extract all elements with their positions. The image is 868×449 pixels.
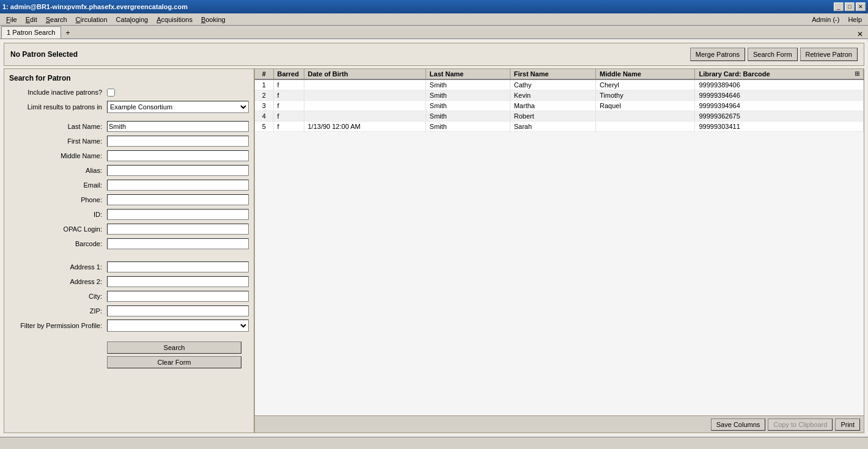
cell-dob: 1/13/90 12:00 AM (304, 122, 425, 132)
col-header-firstname[interactable]: First Name (510, 69, 595, 79)
close-button[interactable]: ✕ (856, 2, 866, 11)
tab-close-icon[interactable]: ✕ (857, 30, 867, 38)
menu-bar: File Edit Search Circulation Cataloging … (0, 13, 868, 26)
minimize-button[interactable]: _ (834, 2, 844, 11)
main-content: No Patron Selected Merge Patrons Search … (0, 39, 868, 437)
alias-row: Alias: (9, 164, 249, 177)
cell-librarycard: 99999394646 (695, 90, 864, 101)
menu-circulation[interactable]: Circulation (72, 15, 111, 24)
title-bar: 1: admin@BR1-winxpvmfx.phasefx.evergreen… (0, 0, 868, 13)
clear-form-button[interactable]: Clear Form (107, 356, 241, 368)
cell-barred: f (273, 79, 304, 90)
cell-num: 2 (255, 90, 273, 101)
menu-edit[interactable]: Edit (22, 15, 41, 24)
menu-file[interactable]: File (2, 15, 21, 24)
cell-dob (304, 101, 425, 111)
barcode-input[interactable] (107, 238, 249, 249)
email-input[interactable] (107, 180, 249, 191)
cell-barred: f (273, 101, 304, 111)
tab-patron-search[interactable]: 1 Patron Search (1, 26, 61, 38)
save-columns-button[interactable]: Save Columns (711, 418, 766, 431)
opac-login-row: OPAC Login: (9, 223, 249, 235)
results-table: # Barred Date of Birth Last Name First N… (255, 69, 864, 132)
cell-lastname: Smith (425, 122, 510, 132)
cell-lastname: Smith (425, 90, 510, 101)
print-button[interactable]: Print (835, 418, 860, 431)
merge-patrons-button[interactable]: Merge Patrons (690, 48, 745, 61)
zip-row: ZIP: (9, 305, 249, 317)
cell-num: 4 (255, 111, 273, 122)
tab-bar: 1 Patron Search + ✕ (0, 26, 868, 39)
cell-firstname: Martha (510, 101, 595, 111)
table-row[interactable]: 2 f Smith Kevin Timothy 99999394646 (255, 90, 864, 101)
results-panel: # Barred Date of Birth Last Name First N… (255, 69, 864, 433)
zip-input[interactable] (107, 305, 249, 316)
cell-dob (304, 79, 425, 90)
last-name-input[interactable] (107, 121, 249, 132)
results-table-container[interactable]: # Barred Date of Birth Last Name First N… (255, 69, 864, 415)
first-name-row: First Name: (9, 135, 249, 147)
top-banner: No Patron Selected Merge Patrons Search … (4, 43, 864, 66)
last-name-row: Last Name: (9, 120, 249, 133)
address2-row: Address 2: (9, 276, 249, 288)
menu-acquisitions[interactable]: Acquisitions (153, 15, 196, 24)
add-tab-button[interactable]: + (62, 27, 74, 38)
zip-label: ZIP: (9, 307, 107, 315)
opac-login-input[interactable] (107, 224, 249, 235)
menu-booking[interactable]: Booking (197, 15, 229, 24)
cell-firstname: Robert (510, 111, 595, 122)
email-row: Email: (9, 179, 249, 191)
cell-firstname: Kevin (510, 90, 595, 101)
col-header-barred[interactable]: Barred (273, 69, 304, 79)
email-label: Email: (9, 181, 107, 189)
col-header-librarycard[interactable]: Library Card: Barcode ⊞ (695, 69, 864, 79)
col-header-lastname[interactable]: Last Name (425, 69, 510, 79)
cell-middlename: Cheryl (596, 79, 695, 90)
phone-row: Phone: (9, 194, 249, 206)
col-header-middlename[interactable]: Middle Name (596, 69, 695, 79)
alias-input[interactable] (107, 165, 249, 176)
address1-input[interactable] (107, 261, 249, 272)
limit-results-label: Limit results to patrons in (9, 103, 107, 111)
cell-middlename: Raquel (596, 101, 695, 111)
cell-librarycard: 99999362675 (695, 111, 864, 122)
phone-input[interactable] (107, 194, 249, 205)
cell-middlename (596, 122, 695, 132)
results-tbody: 1 f Smith Cathy Cheryl 99999389406 2 f S… (255, 79, 864, 132)
table-header-row: # Barred Date of Birth Last Name First N… (255, 69, 864, 79)
cell-barred: f (273, 122, 304, 132)
table-row[interactable]: 5 f 1/13/90 12:00 AM Smith Sarah 9999930… (255, 122, 864, 132)
help-menu[interactable]: Help (844, 15, 866, 24)
maximize-button[interactable]: □ (845, 2, 855, 11)
expand-col-icon[interactable]: ⊞ (855, 70, 859, 77)
filter-profile-select[interactable] (107, 319, 249, 332)
include-inactive-checkbox[interactable] (107, 89, 115, 97)
admin-menu[interactable]: Admin (-) (808, 15, 843, 24)
address2-input[interactable] (107, 276, 249, 287)
results-footer: Save Columns Copy to Clipboard Print (255, 415, 864, 433)
cell-num: 5 (255, 122, 273, 132)
cell-barred: f (273, 111, 304, 122)
menu-search[interactable]: Search (42, 15, 71, 24)
search-form-button[interactable]: Search Form (748, 48, 798, 61)
city-input[interactable] (107, 291, 249, 302)
col-header-num[interactable]: # (255, 69, 273, 79)
cell-lastname: Smith (425, 79, 510, 90)
phone-label: Phone: (9, 196, 107, 203)
middle-name-input[interactable] (107, 150, 249, 161)
menu-cataloging[interactable]: Cataloging (112, 15, 152, 24)
id-input[interactable] (107, 209, 249, 220)
cell-barred: f (273, 90, 304, 101)
table-row[interactable]: 3 f Smith Martha Raquel 99999394964 (255, 101, 864, 111)
table-row[interactable]: 4 f Smith Robert 99999362675 (255, 111, 864, 122)
first-name-input[interactable] (107, 136, 249, 147)
table-row[interactable]: 1 f Smith Cathy Cheryl 99999389406 (255, 79, 864, 90)
retrieve-patron-button[interactable]: Retrieve Patron (800, 48, 858, 61)
col-header-dob[interactable]: Date of Birth (304, 69, 425, 79)
limit-results-select[interactable]: Example Consortium (107, 101, 249, 113)
city-row: City: (9, 290, 249, 302)
copy-to-clipboard-button[interactable]: Copy to Clipboard (768, 418, 833, 431)
body-area: Search for Patron Include inactive patro… (4, 68, 864, 433)
search-button[interactable]: Search (107, 341, 241, 354)
alias-label: Alias: (9, 167, 107, 174)
